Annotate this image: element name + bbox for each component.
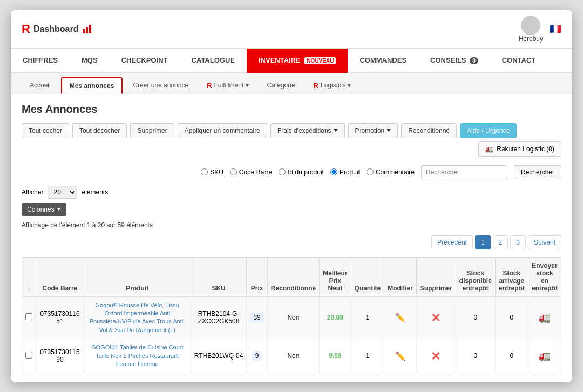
row2-supprimer[interactable]: ❌ — [416, 339, 456, 373]
th-reconditionne[interactable]: Reconditionné — [267, 257, 319, 296]
edit-icon-row2[interactable]: ✏️ — [395, 352, 406, 361]
delete-icon-row2[interactable]: ❌ — [432, 352, 440, 360]
row2-envoyer-stock[interactable]: 🚛 — [528, 339, 561, 373]
row1-product-link[interactable]: Gogou® Housse De Vélo, Tissu Oxford Impe… — [90, 302, 185, 333]
nav-item-mqs[interactable]: MQS — [70, 49, 110, 73]
th-sku[interactable]: SKU — [191, 257, 247, 296]
page-2-button[interactable]: 2 — [493, 235, 509, 249]
bar2 — [86, 27, 88, 33]
select-all-button[interactable]: Tout cocher — [22, 123, 69, 138]
nav-item-inventaire[interactable]: INVENTAIRE NOUVEAU — [247, 49, 348, 73]
table-body: 07351730116​51 Gogou® Housse De Vélo, Ti… — [22, 296, 561, 373]
row2-quantite: 1 — [351, 339, 384, 373]
radio-code-barre[interactable]: Code Barre — [230, 168, 272, 176]
row1-reconditionne: Non — [267, 296, 319, 339]
columns-label: Colonnes — [27, 206, 55, 213]
page-1-button[interactable]: 1 — [475, 235, 491, 249]
sort-arrow: ↑ — [28, 286, 30, 292]
products-table: ↑ Code Barre Produit SKU Prix Reconditio… — [22, 257, 561, 374]
th-produit[interactable]: Produit — [84, 257, 191, 296]
truck-icon-row2[interactable]: 🚛 — [539, 350, 551, 361]
row2-checkbox[interactable] — [22, 339, 36, 373]
radio-produit-input[interactable] — [330, 168, 337, 175]
per-page-select[interactable]: 20 50 100 — [48, 186, 77, 199]
row2-modifier[interactable]: ✏️ — [384, 339, 417, 373]
row1-checkbox[interactable] — [22, 296, 36, 339]
search-button[interactable]: Rechercher — [514, 165, 561, 179]
radio-commentaire[interactable]: Commentaire — [367, 168, 415, 176]
shipping-button[interactable]: Frais d'expéditions — [270, 123, 345, 138]
columns-caret — [57, 208, 61, 211]
user-name: Herebuy — [519, 35, 543, 43]
delete-button[interactable]: Supprimer — [130, 123, 174, 138]
badge-new: NOUVEAU — [304, 57, 336, 64]
nav-item-chiffres[interactable]: CHIFFRES — [11, 49, 70, 73]
rakuten-logistic-button[interactable]: 🚛 Rakuten Logistic (0) — [478, 141, 561, 157]
flag-icon[interactable]: 🇫🇷 — [550, 23, 561, 35]
promotion-button[interactable]: Promotion — [348, 123, 398, 138]
th-stock-arrivage[interactable]: Stockarrivageentrepôt — [495, 257, 528, 296]
radio-sku[interactable]: SKU — [201, 168, 223, 176]
row1-prix: 39 — [247, 296, 267, 339]
checkbox-row1[interactable] — [25, 313, 32, 320]
main-nav: CHIFFRES MQS CHECKPOINT CATALOGUE INVENT… — [11, 49, 572, 73]
th-meilleur-prix[interactable]: MeilleurPrixNeuf — [320, 257, 351, 296]
checkbox-row2[interactable] — [25, 352, 32, 359]
truck-icon-row1[interactable]: 🚛 — [539, 312, 551, 323]
th-prix[interactable]: Prix — [247, 257, 267, 296]
table-row: 07351730115​90 GOGOU® Tablier de Cuisine… — [22, 339, 561, 373]
aide-urgence-button[interactable]: Aide / Urgence — [460, 123, 517, 138]
th-modifier[interactable]: Modifier — [384, 257, 417, 296]
tab-categorie[interactable]: Catégorie — [259, 77, 303, 93]
row2-product-link[interactable]: GOGOU® Tablier de Cuisine Court Taille N… — [91, 344, 184, 367]
nav-item-catalogue[interactable]: CATALOGUE — [180, 49, 247, 73]
th-quantite[interactable]: Quantité — [351, 257, 384, 296]
tab-logistics[interactable]: R Logistics ▾ — [306, 77, 359, 94]
display-row: Afficher 20 50 100 éléments — [22, 186, 561, 199]
tab-fulfillment[interactable]: R Fulfillment ▾ — [199, 77, 256, 94]
search-input[interactable] — [421, 165, 507, 179]
prev-page-button[interactable]: Précédent — [431, 235, 473, 249]
promotion-label: Promotion — [355, 127, 385, 134]
shipping-caret — [334, 129, 338, 132]
radio-id-produit-input[interactable] — [279, 168, 286, 175]
header-right: Herebuy 🇫🇷 — [519, 16, 561, 43]
comment-button[interactable]: Appliquer un commentaire — [178, 123, 267, 138]
page-3-button[interactable]: 3 — [510, 235, 526, 249]
columns-button[interactable]: Colonnes — [22, 203, 66, 216]
th-sort[interactable]: ↑ — [22, 257, 36, 296]
nav-item-checkpoint[interactable]: CHECKPOINT — [110, 49, 180, 73]
th-stock-dispo[interactable]: Stockdisponibleentrepôt — [456, 257, 495, 296]
radio-code-barre-input[interactable] — [230, 168, 237, 175]
r-icon-fulfillment: R — [207, 82, 212, 90]
pagination: Précédent 1 2 3 Suivant — [22, 235, 561, 249]
radio-id-produit[interactable]: Id du produit — [279, 168, 324, 176]
th-envoyer-stock[interactable]: Envoyerstock enentrepôt — [528, 257, 561, 296]
logo: R Dashboard — [22, 22, 91, 36]
nav-item-conseils[interactable]: CONSEILS 0 — [418, 49, 490, 73]
deselect-all-button[interactable]: Tout décocher — [72, 123, 127, 138]
reconditioned-button[interactable]: Reconditionné — [401, 123, 457, 138]
tab-creer-annonce[interactable]: Créer une annonce — [125, 77, 196, 93]
tab-accueil[interactable]: Accueil — [22, 77, 59, 93]
row1-supprimer[interactable]: ❌ — [416, 296, 456, 339]
row1-envoyer-stock[interactable]: 🚛 — [528, 296, 561, 339]
radio-id-produit-label: Id du produit — [288, 168, 324, 176]
delete-icon-row1[interactable]: ❌ — [432, 314, 440, 321]
edit-icon-row1[interactable]: ✏️ — [395, 313, 406, 322]
search-row: SKU Code Barre Id du produit Produit Com… — [22, 165, 561, 179]
radio-produit[interactable]: Produit — [330, 168, 360, 176]
row1-modifier[interactable]: ✏️ — [384, 296, 417, 339]
bar3 — [89, 25, 91, 33]
nav-item-commandes[interactable]: COMMANDES — [348, 49, 418, 73]
radio-produit-label: Produit — [340, 168, 360, 176]
radio-commentaire-label: Commentaire — [376, 168, 415, 176]
radio-sku-input[interactable] — [201, 168, 208, 175]
sub-tabs: Accueil Mes annonces Créer une annonce R… — [11, 73, 572, 94]
radio-commentaire-input[interactable] — [367, 168, 374, 175]
th-code-barre[interactable]: Code Barre — [36, 257, 84, 296]
nav-item-contact[interactable]: CONTACT — [490, 49, 548, 73]
next-page-button[interactable]: Suivant — [528, 235, 561, 249]
th-supprimer[interactable]: Supprimer — [416, 257, 456, 296]
tab-mes-annonces[interactable]: Mes annonces — [61, 77, 123, 94]
